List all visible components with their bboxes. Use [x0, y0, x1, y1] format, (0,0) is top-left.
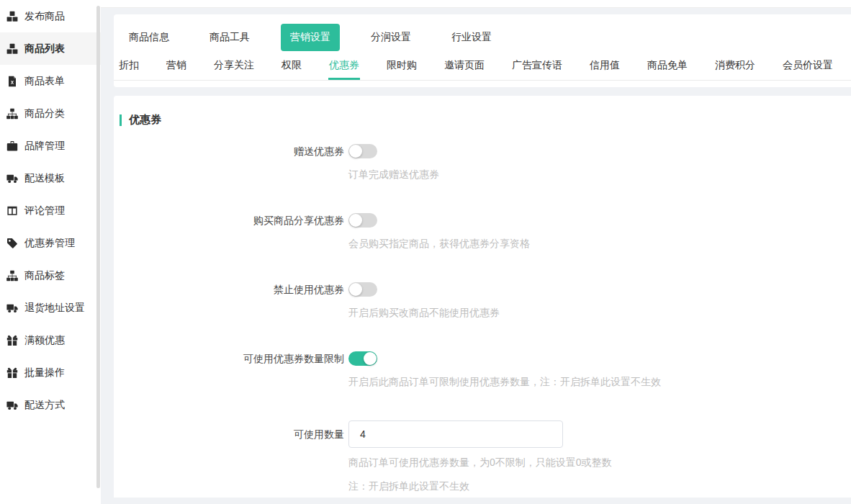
sidebar-item[interactable]: 配送模板	[0, 162, 101, 194]
sidebar-item[interactable]: 批量操作	[0, 356, 101, 389]
form-row: 购买商品分享优惠券 会员购买指定商品，获得优惠券分享资格	[120, 213, 851, 251]
quantity-input[interactable]	[348, 420, 563, 448]
cubes-icon	[6, 43, 18, 55]
sidebar-nav: 发布商品 商品列表 商品表单 商品分类 品牌管理 配送模板 评论管理 优惠券管理…	[0, 0, 101, 421]
tabs-card: 商品信息商品工具营销设置分润设置行业设置 折扣营销分享关注权限优惠券限时购邀请页…	[114, 14, 851, 87]
main-tabs: 商品信息商品工具营销设置分润设置行业设置	[114, 14, 851, 53]
sidebar: 发布商品 商品列表 商品表单 商品分类 品牌管理 配送模板 评论管理 优惠券管理…	[0, 0, 101, 504]
section-title: 优惠券	[129, 113, 161, 127]
toggle-knob	[349, 145, 362, 158]
sidebar-item-label: 满额优惠	[24, 334, 65, 347]
content-card: 优惠券 赠送优惠券 订单完成赠送优惠券 购买商品分享优惠券 会员购买指定商品，获…	[114, 96, 851, 498]
settings-form: 赠送优惠券 订单完成赠送优惠券 购买商品分享优惠券 会员购买指定商品，获得优惠券…	[120, 144, 851, 493]
main-tab[interactable]: 营销设置	[281, 24, 340, 51]
sidebar-item-label: 发布商品	[24, 10, 65, 23]
helper-text: 商品订单可使用优惠券数量，为0不限制，只能设置0或整数	[348, 456, 851, 469]
cubes-icon	[6, 11, 18, 22]
sub-tab[interactable]: 优惠券	[328, 53, 360, 80]
sub-tab[interactable]: 会员价设置	[782, 53, 834, 80]
helper-text: 注：开启拆单此设置不生效	[348, 480, 851, 493]
toggle-knob	[349, 283, 362, 296]
sub-tab[interactable]: 限时购	[386, 53, 418, 80]
sub-tab[interactable]: 分享关注	[213, 53, 255, 80]
sitemap-icon	[6, 270, 18, 282]
sidebar-item-label: 商品列表	[24, 42, 65, 55]
sidebar-item-label: 批量操作	[24, 366, 65, 379]
toggle-switch[interactable]	[348, 144, 377, 158]
form-row-label: 赠送优惠券	[120, 144, 344, 158]
sidebar-item[interactable]: 商品分类	[0, 97, 101, 130]
sidebar-item-label: 商品表单	[24, 75, 65, 88]
sidebar-item-label: 配送方式	[24, 399, 65, 412]
main-area: 商品信息商品工具营销设置分润设置行业设置 折扣营销分享关注权限优惠券限时购邀请页…	[101, 0, 851, 504]
accent-bar	[120, 114, 122, 126]
helper-text: 会员购买指定商品，获得优惠券分享资格	[348, 237, 851, 251]
toggle-knob	[349, 214, 362, 227]
sidebar-item-label: 商品分类	[24, 107, 65, 120]
top-header-strip	[101, 0, 851, 8]
tag-icon	[6, 238, 18, 249]
sitemap-icon	[6, 108, 18, 120]
sidebar-item-label: 品牌管理	[24, 140, 65, 153]
form-row-label: 可使用优惠券数量限制	[120, 351, 344, 366]
sidebar-item[interactable]: 优惠券管理	[0, 227, 101, 259]
helper-texts: 开启后此商品订单可限制使用优惠券数量，注：开启拆单此设置不生效	[348, 375, 851, 389]
columns-icon	[6, 205, 18, 217]
sidebar-item-label: 评论管理	[24, 204, 65, 217]
briefcase-icon	[6, 140, 18, 152]
form-row-label: 禁止使用优惠券	[120, 282, 344, 297]
helper-texts: 商品订单可使用优惠券数量，为0不限制，只能设置0或整数注：开启拆单此设置不生效	[348, 456, 851, 493]
section-header: 优惠券	[120, 113, 851, 127]
sidebar-item-label: 商品标签	[24, 269, 65, 282]
sidebar-item[interactable]: 品牌管理	[0, 130, 101, 162]
truck-icon	[6, 302, 18, 314]
sidebar-item[interactable]: 商品标签	[0, 259, 101, 292]
sub-tabs: 折扣营销分享关注权限优惠券限时购邀请页面广告宣传语信用值商品免单消费积分会员价设…	[114, 53, 851, 81]
sub-tab[interactable]: 商品免单	[647, 53, 688, 80]
sidebar-item[interactable]: 商品列表	[0, 32, 101, 65]
sidebar-item[interactable]: 满额优惠	[0, 324, 101, 356]
sub-tab[interactable]: 消费积分	[714, 53, 756, 80]
helper-texts: 会员购买指定商品，获得优惠券分享资格	[348, 237, 851, 251]
sidebar-item[interactable]: 发布商品	[0, 0, 101, 32]
main-tab[interactable]: 行业设置	[442, 24, 501, 51]
sub-tab[interactable]: 折扣	[118, 53, 140, 80]
form-row: 可使用优惠券数量限制 开启后此商品订单可限制使用优惠券数量，注：开启拆单此设置不…	[120, 351, 851, 389]
sidebar-scrollbar[interactable]	[96, 6, 100, 488]
sub-tab[interactable]: 信用值	[589, 53, 621, 80]
sidebar-item[interactable]: 配送方式	[0, 389, 101, 421]
helper-texts: 开启后购买改商品不能使用优惠券	[348, 306, 851, 320]
main-tab[interactable]: 商品工具	[200, 24, 259, 51]
truck-icon	[6, 400, 18, 411]
toggle-switch[interactable]	[348, 213, 377, 228]
sub-tab[interactable]: 广告宣传语	[511, 53, 563, 80]
helper-text: 开启后此商品订单可限制使用优惠券数量，注：开启拆单此设置不生效	[348, 375, 851, 389]
form-row: 禁止使用优惠券 开启后购买改商品不能使用优惠券	[120, 282, 851, 320]
form-row-label: 可使用数量	[120, 427, 344, 441]
toggle-switch[interactable]	[348, 351, 377, 366]
gift-icon	[6, 367, 18, 379]
toggle-knob	[364, 352, 377, 365]
sidebar-item[interactable]: 商品表单	[0, 65, 101, 97]
sidebar-item-label: 优惠券管理	[24, 237, 75, 250]
main-tab[interactable]: 商品信息	[120, 24, 179, 51]
sub-tab[interactable]: 邀请页面	[443, 53, 485, 80]
sub-tab[interactable]: 营销	[166, 53, 187, 80]
sidebar-item[interactable]: 评论管理	[0, 194, 101, 227]
form-row-label: 购买商品分享优惠券	[120, 213, 344, 228]
helper-text: 订单完成赠送优惠券	[348, 168, 851, 181]
sidebar-item-label: 退货地址设置	[24, 302, 85, 315]
helper-text: 开启后购买改商品不能使用优惠券	[348, 306, 851, 320]
form-row: 赠送优惠券 订单完成赠送优惠券	[120, 144, 851, 181]
form-row: 可使用数量 商品订单可使用优惠券数量，为0不限制，只能设置0或整数注：开启拆单此…	[120, 420, 851, 493]
sidebar-item[interactable]: 退货地址设置	[0, 292, 101, 324]
truck-icon	[6, 173, 18, 184]
file-x-icon	[6, 76, 18, 87]
sub-tab[interactable]: 权限	[281, 53, 302, 80]
main-tab[interactable]: 分润设置	[361, 24, 420, 51]
toggle-switch[interactable]	[348, 282, 377, 297]
gift-icon	[6, 335, 18, 346]
app-root: 发布商品 商品列表 商品表单 商品分类 品牌管理 配送模板 评论管理 优惠券管理…	[0, 0, 851, 504]
helper-texts: 订单完成赠送优惠券	[348, 168, 851, 181]
sidebar-item-label: 配送模板	[24, 172, 65, 185]
